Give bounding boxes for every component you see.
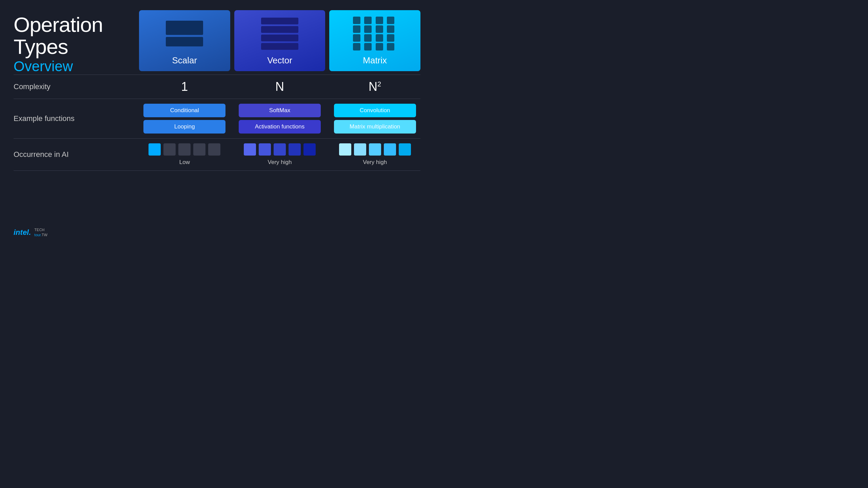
vector-row-2 bbox=[261, 26, 298, 33]
vector-sq-3 bbox=[274, 143, 286, 156]
complexity-vector-value: N bbox=[275, 80, 284, 94]
complexity-row-cells: 1 N N2 bbox=[139, 80, 420, 94]
title-sub: Overview bbox=[14, 58, 129, 75]
matrix-cell bbox=[353, 34, 360, 42]
matrix-sq-1 bbox=[339, 143, 351, 156]
matrix-sq-3 bbox=[369, 143, 381, 156]
matrix-pill-2: Matrix multiplication bbox=[334, 120, 416, 134]
scalar-sq-5 bbox=[208, 143, 220, 156]
column-header-matrix: Matrix bbox=[329, 10, 420, 71]
matrix-squares bbox=[339, 143, 411, 156]
columns-header: Scalar Vector bbox=[139, 10, 420, 75]
scalar-pill-1: Conditional bbox=[143, 104, 225, 117]
scalar-label: Scalar bbox=[172, 55, 197, 66]
occurrence-row: Occurrence in AI Low bbox=[14, 138, 420, 171]
matrix-sq-2 bbox=[354, 143, 366, 156]
vector-pills: SoftMax Activation functions bbox=[234, 104, 326, 134]
matrix-cell bbox=[353, 25, 360, 33]
matrix-cell bbox=[364, 17, 372, 24]
column-header-vector: Vector bbox=[234, 10, 326, 71]
matrix-label: Matrix bbox=[363, 55, 387, 66]
functions-matrix-cell: Convolution Matrix multiplication bbox=[329, 104, 420, 134]
matrix-cell bbox=[364, 43, 372, 50]
matrix-occurrence: Very high bbox=[329, 143, 420, 166]
matrix-sq-5 bbox=[399, 143, 411, 156]
functions-vector-cell: SoftMax Activation functions bbox=[234, 104, 326, 134]
vector-sq-1 bbox=[244, 143, 256, 156]
vector-occurrence: Very high bbox=[234, 143, 326, 166]
matrix-cell bbox=[376, 17, 383, 24]
occurrence-vector-cell: Very high bbox=[234, 143, 326, 166]
tech-tour-logo: TECHtour.TW bbox=[34, 227, 47, 237]
matrix-pill-1: Convolution bbox=[334, 104, 416, 117]
matrix-cell bbox=[387, 43, 394, 50]
example-functions-row-cells: Conditional Looping SoftMax Activation f… bbox=[139, 104, 420, 134]
vector-row-1 bbox=[261, 18, 298, 24]
matrix-cell bbox=[387, 34, 394, 42]
example-functions-row: Example functions Conditional Looping So… bbox=[14, 99, 420, 138]
complexity-scalar-value: 1 bbox=[181, 80, 188, 94]
top-section: OperationTypes Overview Scalar bbox=[14, 10, 420, 75]
functions-scalar-cell: Conditional Looping bbox=[139, 104, 230, 134]
matrix-icon bbox=[353, 17, 397, 50]
complexity-row: Complexity 1 N N2 bbox=[14, 75, 420, 99]
occurrence-row-label: Occurrence in AI bbox=[14, 150, 139, 159]
vector-sq-4 bbox=[289, 143, 301, 156]
matrix-pills: Convolution Matrix multiplication bbox=[329, 104, 420, 134]
scalar-icon-rect-small bbox=[166, 37, 203, 46]
complexity-row-label: Complexity bbox=[14, 82, 139, 91]
matrix-cell bbox=[364, 25, 372, 33]
intel-logo: intel. bbox=[14, 228, 31, 237]
table-section: Complexity 1 N N2 Example functions bbox=[14, 75, 420, 224]
vector-pill-1: SoftMax bbox=[239, 104, 321, 117]
matrix-cell bbox=[364, 34, 372, 42]
vector-label: Vector bbox=[267, 55, 292, 66]
slide: OperationTypes Overview Scalar bbox=[0, 0, 434, 244]
scalar-occurrence-label: Low bbox=[179, 159, 190, 166]
scalar-icon-rect-large bbox=[166, 21, 203, 35]
vector-row-4 bbox=[261, 43, 298, 50]
occurrence-row-cells: Low Very high bbox=[139, 143, 420, 166]
matrix-cell bbox=[353, 43, 360, 50]
complexity-scalar-cell: 1 bbox=[139, 80, 230, 94]
vector-pill-2: Activation functions bbox=[239, 120, 321, 134]
matrix-cell bbox=[376, 43, 383, 50]
scalar-icon bbox=[162, 17, 206, 50]
vector-row-3 bbox=[261, 35, 298, 41]
scalar-squares bbox=[149, 143, 220, 156]
example-functions-row-label: Example functions bbox=[14, 114, 139, 123]
matrix-cell bbox=[387, 25, 394, 33]
footer: intel. TECHtour.TW bbox=[14, 224, 420, 237]
matrix-occurrence-label: Very high bbox=[363, 159, 387, 166]
title-area: OperationTypes Overview bbox=[14, 10, 139, 75]
matrix-cell bbox=[353, 17, 360, 24]
title-main: OperationTypes bbox=[14, 14, 129, 58]
scalar-pill-2: Looping bbox=[143, 120, 225, 134]
scalar-pills: Conditional Looping bbox=[139, 104, 230, 134]
matrix-sq-4 bbox=[384, 143, 396, 156]
vector-sq-5 bbox=[303, 143, 316, 156]
vector-sq-2 bbox=[259, 143, 271, 156]
complexity-matrix-value: N2 bbox=[369, 80, 381, 94]
column-header-scalar: Scalar bbox=[139, 10, 230, 71]
scalar-sq-4 bbox=[193, 143, 205, 156]
matrix-cell bbox=[387, 17, 394, 24]
complexity-matrix-cell: N2 bbox=[329, 80, 420, 94]
vector-squares bbox=[244, 143, 316, 156]
scalar-occurrence: Low bbox=[139, 143, 230, 166]
vector-occurrence-label: Very high bbox=[268, 159, 292, 166]
scalar-sq-2 bbox=[163, 143, 176, 156]
scalar-sq-3 bbox=[178, 143, 191, 156]
occurrence-matrix-cell: Very high bbox=[329, 143, 420, 166]
matrix-cell bbox=[376, 34, 383, 42]
vector-icon bbox=[258, 17, 302, 50]
matrix-cell bbox=[376, 25, 383, 33]
occurrence-scalar-cell: Low bbox=[139, 143, 230, 166]
scalar-sq-1 bbox=[149, 143, 161, 156]
complexity-vector-cell: N bbox=[234, 80, 326, 94]
